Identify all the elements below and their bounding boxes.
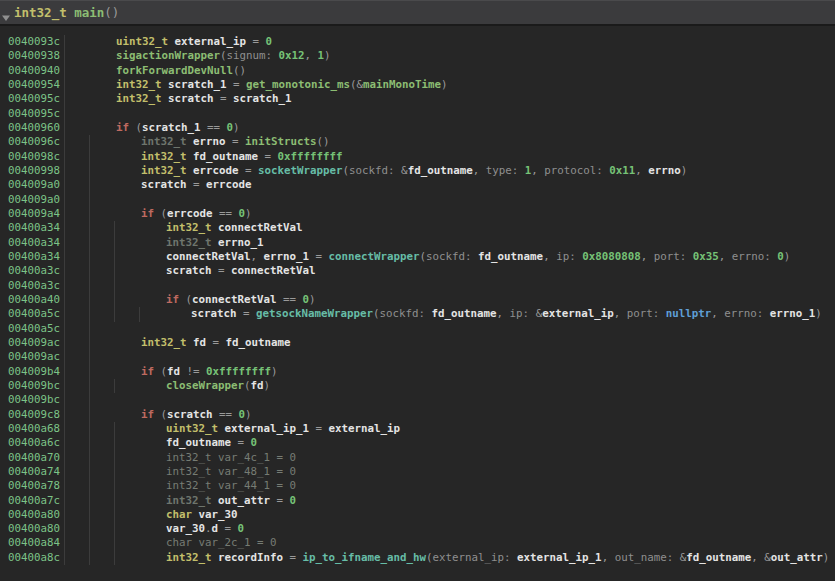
- token-num[interactable]: 0: [266, 35, 273, 48]
- token-dimtype[interactable]: int32_t: [166, 494, 212, 507]
- code-text[interactable]: int32_t connectRetVal: [166, 221, 303, 235]
- line-address[interactable]: 004009a0: [8, 178, 64, 192]
- token-func[interactable]: initStructs: [245, 135, 317, 148]
- line-address[interactable]: 00400954: [8, 78, 64, 92]
- code-text[interactable]: fd_outname = 0: [166, 436, 257, 450]
- token-var[interactable]: errno: [193, 135, 226, 148]
- code-text[interactable]: int32_t recordInfo = ip_to_ifname_and_hw…: [166, 551, 829, 565]
- token-xfunc[interactable]: getsockNameWrapper: [256, 307, 373, 320]
- token-num[interactable]: 0x11: [609, 164, 635, 177]
- line-address[interactable]: 00400998: [8, 164, 64, 178]
- code-text[interactable]: if (errcode == 0): [141, 207, 252, 221]
- token-var[interactable]: scratch: [167, 408, 213, 421]
- code-text[interactable]: char var_2c_1 = 0: [166, 536, 277, 550]
- token-func[interactable]: mainMonoTime: [363, 78, 441, 91]
- token-dimtype[interactable]: int32_t: [141, 135, 187, 148]
- token-func[interactable]: get_monotonic_ms: [246, 78, 350, 91]
- code-text[interactable]: var_30.d = 0: [166, 522, 244, 536]
- token-type[interactable]: uint32_t: [166, 422, 218, 435]
- line-address[interactable]: 00400a7c: [8, 494, 64, 508]
- line-address[interactable]: 00400940: [8, 64, 64, 78]
- code-text[interactable]: int32_t errno_1: [166, 236, 264, 250]
- code-text[interactable]: if (connectRetVal == 0): [166, 293, 316, 307]
- token-var[interactable]: errno_1: [218, 236, 264, 249]
- code-text[interactable]: int32_t out_attr = 0: [166, 494, 296, 508]
- token-var[interactable]: errno: [648, 164, 681, 177]
- token-var[interactable]: connectRetVal: [192, 293, 277, 306]
- code-text[interactable]: int32_t scratch = scratch_1: [116, 92, 292, 106]
- line-address[interactable]: 00400a80: [8, 508, 64, 522]
- token-var[interactable]: recordInfo: [218, 551, 283, 564]
- line-address[interactable]: 00400a40: [8, 293, 64, 307]
- token-var[interactable]: fd: [193, 336, 206, 349]
- line-address[interactable]: 00400a34: [8, 236, 64, 250]
- token-var[interactable]: out_attr: [771, 551, 823, 564]
- token-func[interactable]: forkForwardDevNull: [116, 64, 233, 77]
- token-kw[interactable]: if: [141, 365, 154, 378]
- line-address[interactable]: 0040093c: [8, 35, 64, 49]
- line-address[interactable]: 00400a6c: [8, 436, 64, 450]
- token-var[interactable]: var_30: [199, 508, 238, 521]
- line-address[interactable]: 004009bc: [8, 379, 64, 393]
- token-var[interactable]: scratch: [168, 92, 214, 105]
- token-type[interactable]: int32_t: [166, 551, 212, 564]
- code-text[interactable]: int32_t scratch_1 = get_monotonic_ms(&ma…: [116, 78, 448, 92]
- line-address[interactable]: 004009c8: [8, 408, 64, 422]
- token-var[interactable]: connectRetVal: [231, 264, 316, 277]
- token-type[interactable]: int32_t: [166, 221, 212, 234]
- line-address[interactable]: 00400a74: [8, 465, 64, 479]
- line-address[interactable]: 0040095c: [8, 107, 64, 121]
- token-kw[interactable]: if: [116, 121, 129, 134]
- token-kw[interactable]: if: [141, 408, 154, 421]
- line-address[interactable]: 004009ac: [8, 350, 64, 364]
- token-var[interactable]: scratch: [191, 307, 237, 320]
- code-text[interactable]: connectRetVal, errno_1 = connectWrapper(…: [166, 250, 790, 264]
- token-var[interactable]: connectRetVal: [166, 250, 251, 263]
- token-var[interactable]: fd_outname: [166, 436, 231, 449]
- code-text[interactable]: if (scratch_1 == 0): [116, 121, 240, 135]
- token-var[interactable]: errcode: [167, 207, 213, 220]
- token-type[interactable]: char: [166, 508, 192, 521]
- token-num[interactable]: 0: [238, 522, 245, 535]
- token-type[interactable]: int32_t: [141, 150, 187, 163]
- function-signature[interactable]: int32_t main(): [14, 5, 119, 20]
- line-address[interactable]: 00400a8c: [8, 551, 64, 565]
- code-text[interactable]: int32_t errno = initStructs(): [141, 135, 330, 149]
- token-var[interactable]: out_attr: [218, 494, 270, 507]
- line-address[interactable]: 004009bc: [8, 393, 64, 407]
- token-xfunc[interactable]: socketWrapper: [258, 164, 343, 177]
- token-kw[interactable]: if: [141, 207, 154, 220]
- token-var[interactable]: external_ip: [542, 307, 614, 320]
- code-text[interactable]: int32_t var_4c_1 = 0: [166, 451, 296, 465]
- token-type[interactable]: int32_t: [116, 92, 162, 105]
- code-text[interactable]: scratch = getsockNameWrapper(sockfd: fd_…: [191, 307, 822, 321]
- token-var[interactable]: scratch_1: [142, 121, 201, 134]
- token-num[interactable]: 0x8080808: [582, 250, 641, 263]
- line-address[interactable]: 00400a70: [8, 451, 64, 465]
- code-text[interactable]: uint32_t external_ip_1 = external_ip: [166, 422, 400, 436]
- token-var[interactable]: scratch: [166, 264, 212, 277]
- line-address[interactable]: 00400a5c: [8, 307, 64, 321]
- code-text[interactable]: sigactionWrapper(signum: 0x12, 1): [116, 49, 331, 63]
- line-address[interactable]: 004009b4: [8, 365, 64, 379]
- line-address[interactable]: 00400960: [8, 121, 64, 135]
- token-var[interactable]: external_ip: [175, 35, 247, 48]
- line-address[interactable]: 00400a78: [8, 479, 64, 493]
- line-address[interactable]: 00400a3c: [8, 279, 64, 293]
- token-type[interactable]: int32_t: [141, 336, 187, 349]
- line-address[interactable]: 00400938: [8, 49, 64, 63]
- code-text[interactable]: int32_t var_48_1 = 0: [166, 465, 296, 479]
- token-func[interactable]: closeWrapper: [166, 379, 244, 392]
- code-text[interactable]: int32_t errcode = socketWrapper(sockfd: …: [141, 164, 687, 178]
- token-type[interactable]: int32_t: [116, 78, 162, 91]
- token-type[interactable]: int32_t: [141, 164, 187, 177]
- line-address[interactable]: 00400a5c: [8, 322, 64, 336]
- token-var[interactable]: fd_outname: [478, 250, 543, 263]
- token-null[interactable]: nullptr: [666, 307, 712, 320]
- token-var[interactable]: scratch: [141, 178, 187, 191]
- line-address[interactable]: 00400a84: [8, 536, 64, 550]
- token-type[interactable]: uint32_t: [116, 35, 168, 48]
- token-func[interactable]: sigactionWrapper: [116, 49, 220, 62]
- line-address[interactable]: 00400a34: [8, 221, 64, 235]
- line-address[interactable]: 0040096c: [8, 135, 64, 149]
